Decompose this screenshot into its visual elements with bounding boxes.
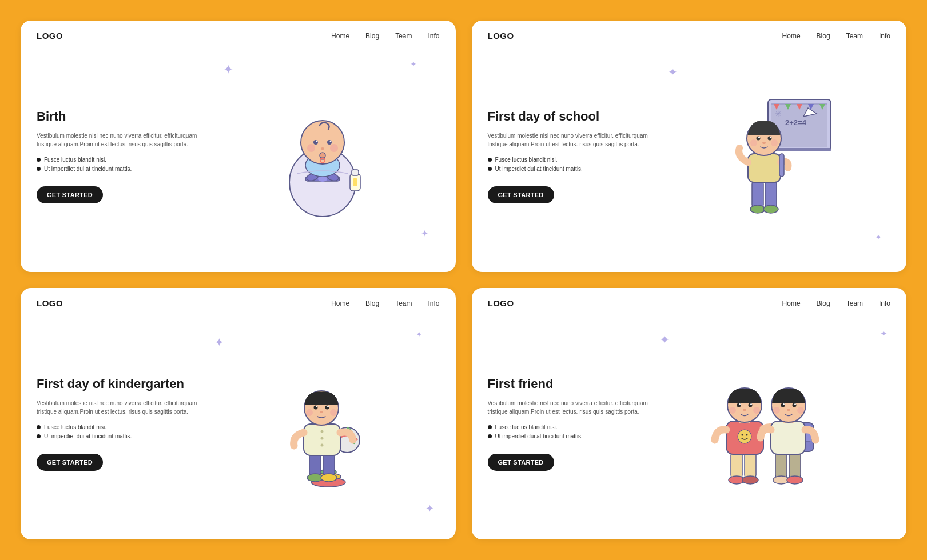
title-school: First day of school <box>488 109 651 124</box>
card-friend: LOGO Home Blog Team Info First friend Ve… <box>472 288 907 539</box>
sparkle-birth-1: ✦ <box>223 62 233 77</box>
nav-team-school[interactable]: Team <box>846 32 863 40</box>
svg-point-80 <box>739 403 741 405</box>
nav-info-birth[interactable]: Info <box>428 32 439 40</box>
title-birth: Birth <box>37 109 200 124</box>
bullet-dot-friend-2 <box>488 434 492 438</box>
svg-point-43 <box>771 139 778 146</box>
svg-point-83 <box>753 407 760 414</box>
logo-school: LOGO <box>488 31 514 41</box>
nav-links-school: Home Blog Team Info <box>782 32 890 40</box>
get-started-button-kinder[interactable]: GET STARTED <box>37 454 103 471</box>
friend-svg <box>702 355 845 493</box>
nav-blog-friend[interactable]: Blog <box>817 299 830 307</box>
sparkle-friend-1: ✦ <box>659 333 670 347</box>
svg-point-57 <box>321 437 324 439</box>
title-friend: First friend <box>488 377 651 391</box>
nav-team-kinder[interactable]: Team <box>395 299 412 307</box>
sparkle-school-1: ✦ <box>668 65 678 79</box>
bullet2-birth: Ut imperdiet dui at tincidunt mattis. <box>37 166 200 172</box>
nav-info-school[interactable]: Info <box>879 32 890 40</box>
nav-birth: LOGO Home Blog Team Info <box>21 21 456 41</box>
bullets-friend: Fusce luctus blandit nisi. Ut imperdiet … <box>488 424 651 442</box>
bullets-birth: Fusce luctus blandit nisi. Ut imperdiet … <box>37 157 200 175</box>
svg-rect-31 <box>752 181 763 208</box>
nav-school: LOGO Home Blog Team Info <box>472 21 907 41</box>
get-started-button-birth[interactable]: GET STARTED <box>37 186 103 203</box>
svg-point-41 <box>770 137 771 138</box>
nav-home-kinder[interactable]: Home <box>331 299 349 307</box>
svg-rect-69 <box>745 451 756 479</box>
sparkle-kinder-1: ✦ <box>214 335 224 349</box>
illustration-friend: ✦ ✦ <box>657 324 890 523</box>
sparkle-kinder-2: ✦ <box>416 330 423 339</box>
bullet2-kinder: Ut imperdiet dui at tincidunt mattis. <box>37 433 200 439</box>
body-friend: First friend Vestibulum molestie nisl ne… <box>472 308 907 539</box>
svg-point-74 <box>741 434 743 435</box>
nav-blog-school[interactable]: Blog <box>817 32 830 40</box>
nav-links-birth: Home Blog Team Info <box>331 32 439 40</box>
svg-rect-87 <box>775 451 787 479</box>
illustration-birth: ✦ ✦ ✦ <box>206 57 440 256</box>
svg-point-71 <box>742 476 758 484</box>
illustration-school: ✦ ✦ 2+2=4 ✳ <box>657 57 890 256</box>
svg-point-97 <box>794 403 796 405</box>
bullets-school: Fusce luctus blandit nisi. Ut imperdiet … <box>488 157 651 175</box>
body-kindergarten: First day of kindergarten Vestibulum mol… <box>21 308 456 539</box>
nav-home-birth[interactable]: Home <box>331 32 349 40</box>
svg-point-44 <box>762 142 766 144</box>
svg-rect-91 <box>771 421 805 454</box>
svg-rect-45 <box>779 154 784 177</box>
logo-kindergarten: LOGO <box>37 298 63 308</box>
get-started-button-friend[interactable]: GET STARTED <box>488 454 554 471</box>
nav-blog-kinder[interactable]: Blog <box>365 299 379 307</box>
svg-point-12 <box>330 144 338 152</box>
text-birth: Birth Vestibulum molestie nisl nec nuno … <box>37 57 206 256</box>
bullet2-friend: Ut imperdiet dui at tincidunt mattis. <box>488 433 651 439</box>
body-birth: Birth Vestibulum molestie nisl nec nuno … <box>21 41 456 272</box>
svg-point-42 <box>750 139 757 146</box>
svg-rect-18 <box>352 170 359 175</box>
svg-rect-19 <box>353 178 357 186</box>
nav-info-kinder[interactable]: Info <box>428 299 439 307</box>
logo-birth: LOGO <box>37 31 63 41</box>
svg-rect-35 <box>748 154 781 182</box>
sparkle-birth-3: ✦ <box>421 228 428 239</box>
svg-point-63 <box>316 406 317 407</box>
nav-team-friend[interactable]: Team <box>846 299 863 307</box>
svg-point-75 <box>746 434 747 435</box>
svg-point-67 <box>320 411 323 413</box>
nav-home-friend[interactable]: Home <box>782 299 801 307</box>
bullet-dot-kinder-1 <box>37 425 41 429</box>
svg-point-73 <box>738 430 751 443</box>
kinder-svg <box>262 355 383 493</box>
text-school: First day of school Vestibulum molestie … <box>488 57 657 256</box>
nav-home-school[interactable]: Home <box>782 32 801 40</box>
svg-point-64 <box>327 406 329 407</box>
svg-rect-32 <box>765 181 777 208</box>
baby-svg <box>265 94 380 219</box>
svg-point-34 <box>763 205 778 213</box>
card-school: LOGO Home Blog Team Info First day of sc… <box>472 21 907 272</box>
nav-blog-birth[interactable]: Blog <box>365 32 379 40</box>
svg-point-66 <box>330 409 337 416</box>
svg-point-13 <box>321 147 324 150</box>
desc-birth: Vestibulum molestie nisl nec nuno viverr… <box>37 131 200 149</box>
title-kindergarten: First day of kindergarten <box>37 377 200 391</box>
svg-point-81 <box>750 403 752 405</box>
svg-point-40 <box>758 137 760 138</box>
bullet1-friend: Fusce luctus blandit nisi. <box>488 424 651 430</box>
svg-rect-68 <box>731 451 742 479</box>
nav-info-friend[interactable]: Info <box>879 299 890 307</box>
sparkle-friend-2: ✦ <box>880 329 888 339</box>
sparkle-school-2: ✦ <box>875 233 882 242</box>
desc-school: Vestibulum molestie nisl nec nuno viverr… <box>488 131 651 149</box>
svg-rect-51 <box>309 453 321 477</box>
nav-team-birth[interactable]: Team <box>395 32 412 40</box>
svg-text:2+2=4: 2+2=4 <box>785 118 807 127</box>
card-kindergarten: LOGO Home Blog Team Info First day of ki… <box>21 288 456 539</box>
bullet-dot-birth-2 <box>37 167 41 171</box>
get-started-button-school[interactable]: GET STARTED <box>488 186 554 203</box>
bullet1-kinder: Fusce luctus blandit nisi. <box>37 424 200 430</box>
svg-point-84 <box>743 409 746 411</box>
